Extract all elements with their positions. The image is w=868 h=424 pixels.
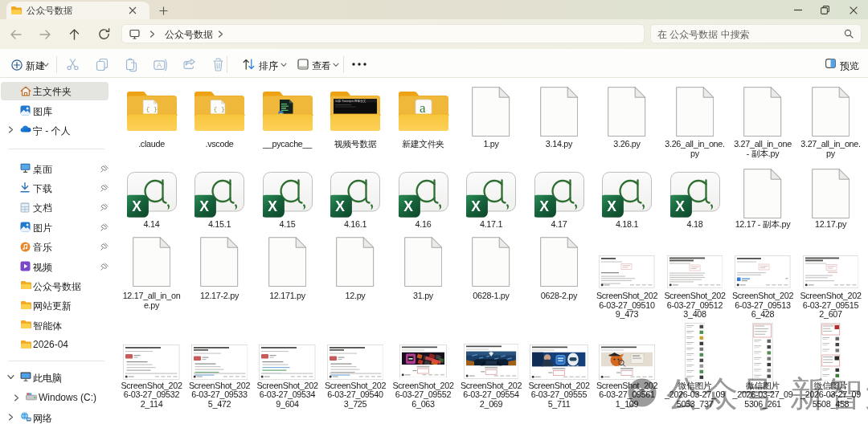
- svg-text:X: X: [539, 198, 549, 214]
- svg-text:{ }: { }: [214, 105, 225, 112]
- svg-text:X: X: [403, 198, 413, 214]
- svg-text:{ }: { }: [145, 105, 157, 112]
- svg-text:X: X: [199, 198, 209, 214]
- svg-text:A: A: [157, 60, 162, 69]
- svg-text:X: X: [675, 198, 685, 214]
- svg-text:X: X: [268, 198, 277, 214]
- svg-text:X: X: [132, 198, 141, 214]
- svg-text:X: X: [471, 198, 481, 214]
- svg-text:选择 Tweetpur 篇章全文: 选择 Tweetpur 篇章全文: [335, 99, 366, 103]
- svg-text:X: X: [607, 198, 616, 214]
- svg-text:a: a: [420, 100, 426, 116]
- svg-text:X: X: [335, 198, 345, 214]
